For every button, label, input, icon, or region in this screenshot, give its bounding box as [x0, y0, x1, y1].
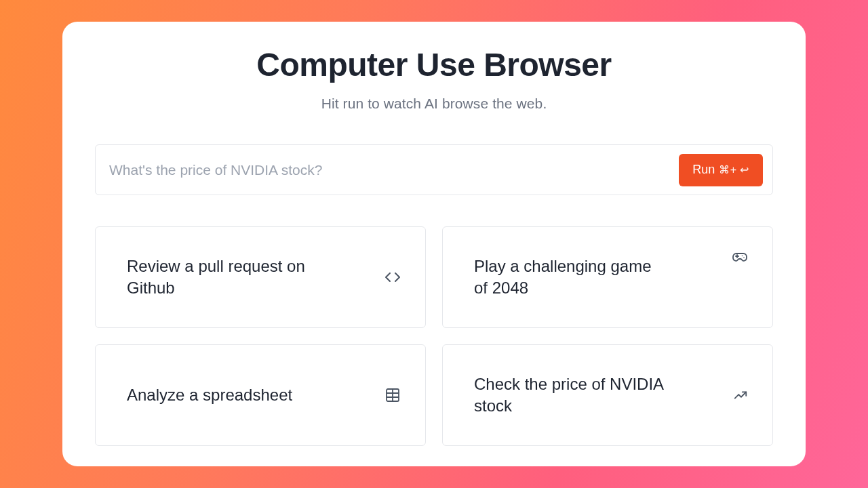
card-label: Analyze a spreadsheet	[127, 384, 292, 406]
card-play-2048[interactable]: Play a challenging game of 2048	[442, 226, 773, 328]
code-icon	[384, 269, 401, 285]
run-button-shortcut: ⌘+ ↩	[719, 163, 749, 176]
svg-point-1	[743, 257, 745, 258]
page-subtitle: Hit run to watch AI browse the web.	[321, 96, 547, 112]
prompt-bar: Run ⌘+ ↩	[95, 144, 773, 195]
card-analyze-spreadsheet[interactable]: Analyze a spreadsheet	[95, 344, 426, 446]
svg-point-0	[742, 256, 743, 257]
gamepad-icon	[732, 250, 748, 266]
grid-icon	[384, 387, 401, 403]
card-nvidia-stock[interactable]: Check the price of NVIDIA stock	[442, 344, 773, 446]
run-button-label: Run	[692, 163, 715, 177]
card-review-pull-request[interactable]: Review a pull request on Github	[95, 226, 426, 328]
main-panel: Computer Use Browser Hit run to watch AI…	[62, 22, 806, 466]
prompt-input[interactable]	[109, 162, 679, 178]
card-label: Review a pull request on Github	[127, 256, 317, 300]
card-label: Check the price of NVIDIA stock	[474, 373, 664, 418]
trend-up-icon	[733, 388, 748, 403]
card-label: Play a challenging game of 2048	[474, 256, 664, 300]
page-title: Computer Use Browser	[256, 46, 611, 83]
suggestion-cards: Review a pull request on Github Play a c…	[95, 226, 773, 446]
run-button[interactable]: Run ⌘+ ↩	[679, 154, 763, 186]
